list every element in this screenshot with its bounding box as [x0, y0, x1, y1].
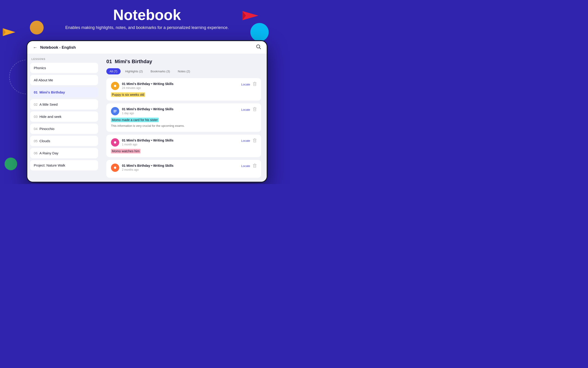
note-icon-pink — [111, 138, 119, 147]
sidebar-item-03[interactable]: 03Hide and seek — [30, 111, 98, 122]
note-card-left: 01 Mimi's Birthday • Writing Skills 1 mo… — [111, 138, 174, 147]
lesson-num: 05 — [34, 139, 38, 143]
note-card-note-3: 01 Mimi's Birthday • Writing Skills 1 mo… — [106, 135, 261, 157]
dashed-arc-decoration — [9, 60, 28, 94]
lesson-num: 01 — [34, 90, 38, 94]
paper-plane-left-icon — [3, 27, 15, 39]
filter-tabs: All (7)Highlights (2)Bookmarks (3)Notes … — [106, 68, 261, 74]
note-meta-time: 2 months ago — [122, 168, 174, 171]
filter-tab-notes[interactable]: Notes (2) — [175, 68, 193, 74]
locate-button[interactable]: Locate — [241, 108, 250, 111]
note-card-note-4: 01 Mimi's Birthday • Writing Skills 2 mo… — [106, 160, 261, 178]
detail-lesson-num: 01 — [106, 59, 112, 64]
note-meta: 01 Mimi's Birthday • Writing Skills 1 mo… — [122, 138, 174, 146]
sidebar-item-01[interactable]: 01Mimi's Birthday — [30, 87, 98, 97]
lesson-num: 04 — [34, 127, 38, 131]
highlight-text: Puppy is six weeks old — [111, 92, 145, 97]
note-meta-title: 01 Mimi's Birthday • Writing Skills — [122, 164, 174, 168]
note-card-left: 01 Mimi's Birthday • Writing Skills 1 da… — [111, 107, 174, 115]
sidebar-item-all-about-me[interactable]: All About Me — [30, 75, 98, 85]
filter-tab-highlights[interactable]: Highlights (2) — [122, 68, 146, 74]
topbar-title: Notebook - English — [40, 45, 76, 50]
back-button[interactable]: ← — [33, 45, 37, 50]
highlight-text: Momo made a card for his sister — [111, 118, 159, 122]
top-bar-left: ← Notebook - English — [33, 45, 76, 50]
sidebar-item-06[interactable]: 06A Rainy Day — [30, 148, 98, 158]
detail-header: 01 Mimi's Birthday — [106, 59, 261, 64]
top-bar: ← Notebook - English — [27, 41, 267, 54]
note-actions: Locate — [241, 82, 257, 87]
note-meta-title: 01 Mimi's Birthday • Writing Skills — [122, 107, 174, 111]
sidebar-item-05[interactable]: 05Clouds — [30, 136, 98, 146]
locate-button[interactable]: Locate — [241, 139, 250, 142]
filter-tab-all[interactable]: All (7) — [106, 68, 120, 74]
note-body-text: This information is very crucial for the… — [111, 124, 257, 128]
lesson-list: PhonicsAll About Me01Mimi's Birthday02A … — [30, 63, 98, 170]
delete-button[interactable] — [253, 138, 257, 143]
note-card-note-1: 01 Mimi's Birthday • Writing Skills 24 m… — [106, 78, 261, 101]
sidebar-item-phonics[interactable]: Phonics — [30, 63, 98, 73]
device-screen: ← Notebook - English LESSONS PhonicsAll … — [27, 41, 267, 182]
note-meta-title: 01 Mimi's Birthday • Writing Skills — [122, 138, 174, 142]
note-actions: Locate — [241, 107, 257, 112]
page-subtitle: Enables making highlights, notes, and bo… — [0, 25, 294, 31]
note-meta-time: 24 minutes ago — [122, 86, 174, 90]
paper-plane-right-icon — [242, 9, 258, 23]
svg-point-6 — [114, 85, 116, 87]
svg-rect-9 — [113, 112, 116, 112]
note-meta: 01 Mimi's Birthday • Writing Skills 2 mo… — [122, 164, 174, 171]
note-card-left: 01 Mimi's Birthday • Writing Skills 2 mo… — [111, 164, 174, 172]
svg-point-11 — [114, 166, 116, 169]
lesson-num: 06 — [34, 151, 38, 155]
note-meta-time: 1 month ago — [122, 143, 174, 146]
note-icon-yellow — [111, 82, 119, 90]
detail-lesson-title: Mimi's Birthday — [115, 59, 152, 64]
svg-rect-8 — [113, 111, 117, 111]
filter-tab-bookmarks[interactable]: Bookmarks (3) — [147, 68, 174, 74]
note-card-left: 01 Mimi's Birthday • Writing Skills 24 m… — [111, 82, 174, 90]
note-icon-orange — [111, 164, 119, 172]
note-card-header: 01 Mimi's Birthday • Writing Skills 1 mo… — [111, 138, 257, 147]
locate-button[interactable]: Locate — [241, 83, 250, 86]
main-content: LESSONS PhonicsAll About Me01Mimi's Birt… — [27, 54, 267, 182]
sidebar-item-project[interactable]: Project: Nature Walk — [30, 160, 98, 170]
note-actions: Locate — [241, 164, 257, 169]
note-actions: Locate — [241, 138, 257, 143]
sidebar-item-04[interactable]: 04Pinocchio — [30, 124, 98, 134]
delete-button[interactable] — [253, 107, 257, 112]
note-icon-blue — [111, 107, 119, 115]
note-card-header: 01 Mimi's Birthday • Writing Skills 2 mo… — [111, 164, 257, 172]
delete-button[interactable] — [253, 82, 257, 87]
highlight-text: Momo watches him — [111, 149, 141, 153]
device-mockup: ← Notebook - English LESSONS PhonicsAll … — [27, 40, 267, 183]
svg-point-10 — [114, 141, 116, 144]
bg-circle-green — [5, 157, 17, 170]
note-card-note-2: 01 Mimi's Birthday • Writing Skills 1 da… — [106, 103, 261, 132]
lesson-num: 02 — [34, 102, 38, 106]
locate-button[interactable]: Locate — [241, 164, 250, 168]
note-card-header: 01 Mimi's Birthday • Writing Skills 1 da… — [111, 107, 257, 115]
lesson-num: 03 — [34, 115, 38, 119]
note-meta: 01 Mimi's Birthday • Writing Skills 24 m… — [122, 82, 174, 90]
svg-rect-7 — [113, 110, 117, 110]
search-button[interactable] — [256, 44, 261, 51]
note-meta: 01 Mimi's Birthday • Writing Skills 1 da… — [122, 107, 174, 115]
delete-button[interactable] — [253, 164, 257, 169]
note-meta-time: 1 day ago — [122, 112, 174, 115]
detail-panel: 01 Mimi's Birthday All (7)Highlights (2)… — [101, 54, 267, 182]
sidebar: LESSONS PhonicsAll About Me01Mimi's Birt… — [27, 54, 101, 182]
note-card-header: 01 Mimi's Birthday • Writing Skills 24 m… — [111, 82, 257, 90]
svg-line-5 — [259, 47, 261, 49]
sidebar-item-02[interactable]: 02A little Seed — [30, 99, 98, 110]
note-cards-container: 01 Mimi's Birthday • Writing Skills 24 m… — [106, 78, 261, 178]
lessons-label: LESSONS — [30, 58, 98, 60]
note-meta-title: 01 Mimi's Birthday • Writing Skills — [122, 82, 174, 86]
